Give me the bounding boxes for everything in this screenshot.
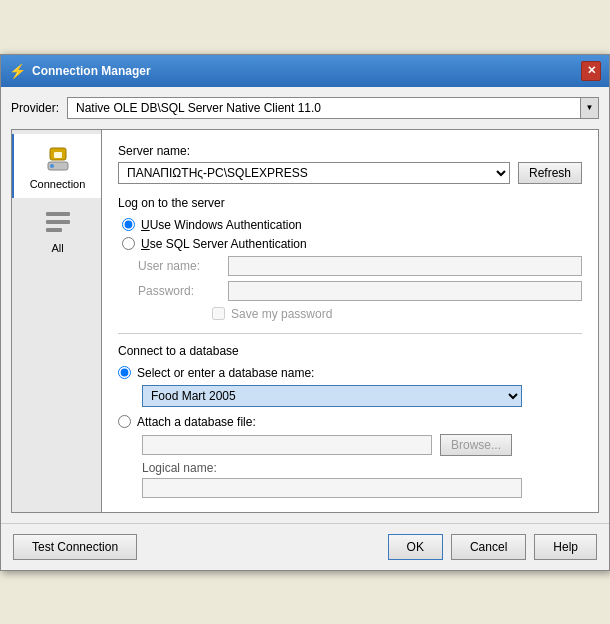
credentials-grid: User name: Password:: [138, 256, 582, 301]
sql-auth-radio[interactable]: [122, 237, 135, 250]
test-connection-button[interactable]: Test Connection: [13, 534, 137, 560]
provider-row: Provider: Native OLE DB\SQL Server Nativ…: [11, 97, 599, 119]
server-name-select[interactable]: ΠΑΝΑΠΙΩΤΗς-PC\SQLEXPRESS: [118, 162, 510, 184]
windows-auth-label[interactable]: UUse Windows Authentication: [141, 218, 302, 232]
attach-input-row: Browse...: [142, 434, 582, 456]
help-button[interactable]: Help: [534, 534, 597, 560]
attach-option-row: Attach a database file:: [118, 415, 582, 429]
connect-db-label: Connect to a database: [118, 344, 582, 358]
sql-auth-row: Use SQL Server Authentication: [122, 237, 582, 251]
footer-right-buttons: OK Cancel Help: [388, 534, 597, 560]
db-name-select[interactable]: Food Mart 2005: [142, 385, 522, 407]
svg-rect-1: [54, 152, 62, 158]
refresh-button[interactable]: Refresh: [518, 162, 582, 184]
logical-name-label: Logical name:: [142, 461, 582, 475]
windows-auth-radio[interactable]: [122, 218, 135, 231]
server-name-select-wrapper: ΠΑΝΑΠΙΩΤΗς-PC\SQLEXPRESS: [118, 162, 510, 184]
sql-auth-label[interactable]: Use SQL Server Authentication: [141, 237, 307, 251]
attach-file-input: [142, 435, 432, 455]
title-bar-left: ⚡ Connection Manager: [9, 63, 151, 79]
connection-manager-dialog: ⚡ Connection Manager ✕ Provider: Native …: [0, 54, 610, 571]
username-label: User name:: [138, 259, 228, 273]
logon-section-label: Log on to the server: [118, 196, 582, 210]
ok-button[interactable]: OK: [388, 534, 443, 560]
title-bar: ⚡ Connection Manager ✕: [1, 55, 609, 87]
save-password-row: Save my password: [212, 307, 582, 321]
dialog-title-icon: ⚡: [9, 63, 26, 79]
svg-rect-5: [46, 220, 70, 224]
content-panel: Server name: ΠΑΝΑΠΙΩΤΗς-PC\SQLEXPRESS Re…: [102, 130, 598, 512]
sidebar-item-all[interactable]: All: [12, 198, 101, 262]
save-password-checkbox: [212, 307, 225, 320]
db-select-radio[interactable]: [118, 366, 131, 379]
connection-icon: [42, 142, 74, 174]
server-name-row: ΠΑΝΑΠΙΩΤΗς-PC\SQLEXPRESS Refresh: [118, 162, 582, 184]
connect-db-section: Connect to a database Select or enter a …: [118, 333, 582, 498]
password-input: [228, 281, 582, 301]
server-name-label: Server name:: [118, 144, 582, 158]
username-input: [228, 256, 582, 276]
save-password-label: Save my password: [231, 307, 332, 321]
password-label: Password:: [138, 284, 228, 298]
main-content: Connection All Server name:: [11, 129, 599, 513]
sidebar-connection-label: Connection: [30, 178, 86, 190]
dialog-body: Provider: Native OLE DB\SQL Server Nativ…: [1, 87, 609, 523]
auth-radio-group: UUse Windows Authentication Use SQL Serv…: [118, 218, 582, 251]
sidebar: Connection All: [12, 130, 102, 512]
svg-rect-6: [46, 228, 62, 232]
dialog-footer: Test Connection OK Cancel Help: [1, 523, 609, 570]
close-button[interactable]: ✕: [581, 61, 601, 81]
provider-select-wrapper: Native OLE DB\SQL Server Native Client 1…: [67, 97, 599, 119]
cancel-button[interactable]: Cancel: [451, 534, 526, 560]
attach-option-label[interactable]: Attach a database file:: [137, 415, 256, 429]
logical-name-section: Logical name:: [142, 461, 582, 498]
username-row: User name:: [138, 256, 582, 276]
svg-rect-4: [46, 212, 70, 216]
sidebar-item-connection[interactable]: Connection: [12, 134, 101, 198]
windows-auth-row: UUse Windows Authentication: [122, 218, 582, 232]
attach-radio[interactable]: [118, 415, 131, 428]
password-row: Password:: [138, 281, 582, 301]
sidebar-all-label: All: [51, 242, 63, 254]
db-select-wrapper: Food Mart 2005: [142, 385, 582, 407]
svg-point-3: [50, 164, 54, 168]
provider-select[interactable]: Native OLE DB\SQL Server Native Client 1…: [67, 97, 599, 119]
all-icon: [42, 206, 74, 238]
db-select-option-row: Select or enter a database name:: [118, 366, 582, 380]
logical-name-input: [142, 478, 522, 498]
dialog-title: Connection Manager: [32, 64, 151, 78]
db-select-option-label[interactable]: Select or enter a database name:: [137, 366, 314, 380]
provider-label: Provider:: [11, 101, 59, 115]
browse-button: Browse...: [440, 434, 512, 456]
